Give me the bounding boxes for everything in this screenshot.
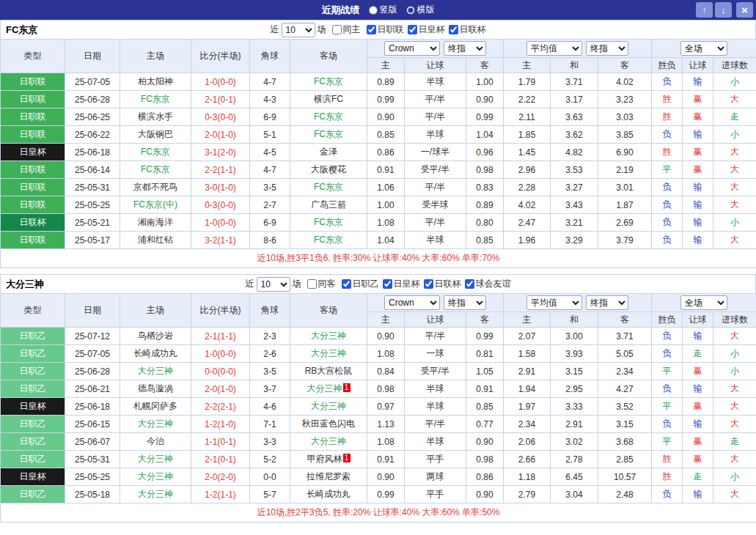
team-name[interactable]: 大分三神	[311, 348, 346, 358]
team-name[interactable]: 大阪钢巴	[138, 129, 173, 139]
away-team-cell: RB大宫松鼠	[290, 363, 367, 380]
team-name[interactable]: 金泽	[320, 147, 337, 157]
layout-radio-horizontal[interactable]: 横版	[406, 4, 435, 16]
team-name[interactable]: 横滨水手	[138, 111, 173, 122]
handicap-result-cell: 输	[683, 380, 713, 398]
same-home-checkbox[interactable]: 同主	[329, 23, 361, 36]
europe-source-select[interactable]: 平均值	[526, 295, 582, 310]
competition-checkbox-input[interactable]	[408, 25, 417, 34]
bookmaker-select[interactable]: Crown	[384, 41, 440, 56]
same-home-checkbox-input[interactable]	[332, 25, 342, 34]
score-cell: 0-3(0-0)	[191, 108, 250, 126]
team-name[interactable]: 拉维尼罗索	[307, 471, 351, 482]
handicap-result-cell: 赢	[683, 91, 713, 108]
match-type-cell: 日职联	[1, 108, 65, 126]
team-name[interactable]: FC东京	[314, 182, 343, 192]
team-name[interactable]: FC东京	[141, 94, 170, 104]
asia-home-odds-cell: 1.08	[367, 433, 405, 451]
layout-radio-vertical[interactable]: 竖版	[369, 4, 397, 16]
competition-checkbox[interactable]: 日联杯	[445, 23, 486, 36]
recent-count-select[interactable]: 10	[257, 277, 290, 292]
score-cell: 0-0(0-0)	[191, 363, 250, 380]
competition-checkbox[interactable]: 日职乙	[338, 278, 379, 290]
match-type-cell: 日职联	[1, 126, 65, 144]
competition-checkbox[interactable]: 日皇杯	[404, 23, 445, 36]
team-name[interactable]: FC东京	[314, 129, 343, 139]
team-name[interactable]: FC东京	[314, 76, 343, 86]
away-team-cell: 大分三神1	[290, 380, 367, 398]
team-name[interactable]: 长崎成功丸	[133, 348, 177, 358]
match-date-cell: 25-06-18	[65, 398, 120, 416]
team-name[interactable]: 大分三神	[138, 418, 173, 429]
scope-select[interactable]: 全场	[680, 41, 727, 56]
team-name[interactable]: FC东京(中)	[133, 199, 177, 210]
team-name[interactable]: 长崎成功丸	[307, 489, 351, 499]
team-name[interactable]: FC东京	[314, 235, 343, 245]
competition-checkbox-input[interactable]	[424, 279, 433, 289]
competition-checkbox-input[interactable]	[449, 25, 458, 34]
competition-checkbox[interactable]: 日联杯	[420, 278, 461, 290]
team-name[interactable]: 大分三神	[311, 401, 346, 411]
team-name[interactable]: 大分三神	[138, 489, 173, 499]
match-type-cell: 日皇杯	[1, 398, 65, 416]
team-name[interactable]: 柏太阳神	[138, 76, 173, 86]
team-name[interactable]: 甲府风林	[307, 454, 342, 464]
handicap-result-cell: 输	[683, 126, 713, 144]
team-name[interactable]: 大分三神	[138, 454, 173, 464]
team-name[interactable]: 大阪樱花	[311, 164, 346, 174]
team-name[interactable]: 大分三神	[138, 471, 173, 482]
team-name[interactable]: 浦和红钻	[138, 235, 173, 245]
close-button[interactable]: ×	[736, 2, 753, 18]
outcome-cell: 负	[652, 232, 683, 249]
asia-away-odds-cell: 0.90	[466, 433, 504, 451]
team-name[interactable]: 大分三神	[311, 436, 346, 446]
asia-away-odds-cell: 0.83	[466, 179, 504, 196]
team-name[interactable]: FC东京	[314, 111, 343, 122]
asia-stage-select[interactable]: 终指	[444, 295, 486, 310]
europe-stage-select[interactable]: 终指	[586, 295, 628, 310]
competition-checkbox[interactable]: 日职联	[363, 23, 404, 36]
match-row: 日职乙25-07-05长崎成功丸1-0(0-0)2-6大分三神1.08一球0.8…	[1, 345, 756, 363]
recent-count-select[interactable]: 10	[282, 23, 315, 37]
team-name[interactable]: 札幌冈萨多	[133, 401, 177, 411]
asia-away-odds-cell: 0.80	[466, 214, 504, 232]
move-up-button[interactable]: ↑	[696, 2, 713, 18]
team-name[interactable]: 横滨FC	[314, 94, 343, 104]
layout-radio-vertical-input[interactable]	[369, 6, 378, 15]
asia-handicap-cell: 半球	[405, 73, 466, 91]
same-away-checkbox[interactable]: 同客	[304, 278, 336, 290]
europe-away-odds-cell: 4.02	[598, 73, 652, 91]
team-name[interactable]: FC东京	[141, 147, 170, 157]
move-down-button[interactable]: ↓	[715, 2, 732, 18]
col-date: 日期	[65, 294, 120, 328]
competition-checkbox-input[interactable]	[367, 25, 376, 34]
team-name[interactable]: RB大宫松鼠	[305, 366, 353, 376]
competition-checkbox-input[interactable]	[342, 279, 351, 289]
team-name[interactable]: 湘南海洋	[138, 217, 173, 227]
europe-stage-select[interactable]: 终指	[586, 41, 628, 56]
team-name[interactable]: 今治	[147, 436, 164, 446]
match-type-cell: 日职联	[1, 232, 65, 249]
team-name[interactable]: 鸟栖沙岩	[138, 331, 173, 341]
goals-result-cell: 大	[713, 179, 756, 196]
layout-radio-horizontal-input[interactable]	[406, 6, 415, 15]
competition-checkbox-input[interactable]	[383, 279, 392, 289]
team-name[interactable]: 大分三神	[307, 383, 342, 394]
same-away-checkbox-input[interactable]	[307, 279, 317, 289]
team-name[interactable]: 秋田蓝色闪电	[302, 418, 355, 429]
team-name[interactable]: 京都不死鸟	[133, 182, 177, 192]
team-name[interactable]: 广岛三箭	[311, 199, 346, 210]
team-name[interactable]: FC东京	[314, 217, 343, 227]
competition-checkbox[interactable]: 球会友谊	[461, 278, 511, 290]
team-name[interactable]: 大分三神	[138, 366, 173, 376]
scope-select[interactable]: 全场	[680, 295, 727, 310]
asia-stage-select[interactable]: 终指	[444, 41, 486, 56]
team-name[interactable]: 德岛漩涡	[138, 383, 173, 394]
outcome-cell: 胜	[652, 91, 683, 108]
team-name[interactable]: 大分三神	[311, 331, 346, 341]
europe-source-select[interactable]: 平均值	[526, 41, 582, 56]
bookmaker-select[interactable]: Crown	[384, 295, 440, 310]
competition-checkbox-input[interactable]	[465, 279, 474, 289]
team-name[interactable]: FC东京	[141, 164, 170, 174]
competition-checkbox[interactable]: 日皇杯	[379, 278, 420, 290]
